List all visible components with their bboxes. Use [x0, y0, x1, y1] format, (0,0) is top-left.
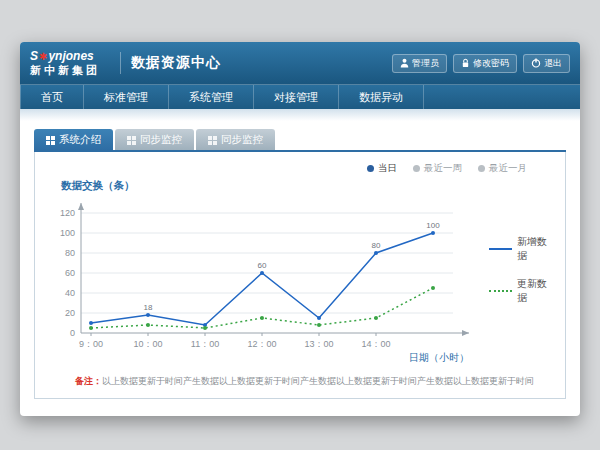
svg-text:13：00: 13：00: [304, 339, 333, 349]
admin-button-label: 管理员: [412, 57, 439, 70]
titlebar: S✱ynjones 新中新集团 数据资源中心 管理员 修改密码: [20, 42, 580, 84]
svg-text:80: 80: [372, 241, 381, 250]
brand-star-icon: ✱: [38, 51, 48, 62]
svg-text:14：00: 14：00: [361, 339, 390, 349]
radio-dot-icon: [478, 165, 485, 172]
footnote: 备注：以上数据更新于时间产生数据以上数据更新于时间产生数据以上数据更新于时间产生…: [75, 375, 555, 388]
nav-shine-strip: [20, 109, 580, 121]
svg-text:100: 100: [426, 221, 440, 230]
app-title: 数据资源中心: [131, 54, 221, 72]
nav-item-home[interactable]: 首页: [20, 85, 84, 109]
svg-text:20: 20: [65, 308, 75, 318]
brand-letter: S: [30, 49, 38, 63]
legend-update-data: 更新数据: [489, 277, 555, 305]
svg-text:100: 100: [60, 228, 75, 238]
logo: S✱ynjones 新中新集团: [30, 50, 100, 75]
tab-label: 同步监控: [221, 133, 263, 147]
user-icon: [400, 58, 409, 68]
lock-icon: [461, 58, 470, 68]
svg-text:日期（小时）: 日期（小时）: [409, 352, 469, 363]
main-nav: 首页 标准管理 系统管理 对接管理 数据异动: [20, 84, 580, 109]
y-axis-label: 数据交换（条）: [45, 177, 555, 195]
filter-today[interactable]: 当日: [367, 162, 397, 175]
logout-button-label: 退出: [544, 57, 562, 70]
svg-text:0: 0: [70, 328, 75, 338]
brand-rest: ynjones: [48, 49, 93, 63]
legend-new-data: 新增数据: [489, 235, 555, 263]
legend-label: 新增数据: [517, 235, 555, 263]
filter-label: 最近一月: [489, 162, 527, 175]
filter-last-month[interactable]: 最近一月: [478, 162, 527, 175]
app-window: S✱ynjones 新中新集团 数据资源中心 管理员 修改密码: [20, 42, 580, 416]
filter-last-week[interactable]: 最近一周: [413, 162, 462, 175]
grid-icon: [46, 136, 55, 145]
svg-text:11：00: 11：00: [191, 339, 219, 349]
svg-text:80: 80: [65, 248, 75, 258]
nav-item-standard-mgmt[interactable]: 标准管理: [84, 85, 169, 109]
company-name: 新中新集团: [30, 64, 100, 76]
nav-item-system-mgmt[interactable]: 系统管理: [169, 85, 254, 109]
svg-text:12：00: 12：00: [247, 339, 276, 349]
svg-text:18: 18: [144, 303, 153, 312]
dotted-line-sample-icon: [489, 290, 512, 292]
time-filter: 当日 最近一周 最近一月: [45, 160, 555, 177]
grid-icon: [127, 136, 136, 145]
chart-panel: 当日 最近一周 最近一月 数据交换（条） 0204060801001209：00…: [34, 152, 566, 399]
header-divider: [120, 52, 121, 74]
filter-label: 当日: [378, 162, 397, 175]
footnote-prefix: 备注：: [75, 376, 102, 386]
tab-sync-monitor-1[interactable]: 同步监控: [115, 129, 194, 150]
change-password-button[interactable]: 修改密码: [453, 54, 517, 73]
radio-dot-icon: [367, 165, 374, 172]
grid-icon: [208, 136, 217, 145]
chart-row: 0204060801001209：0010：0011：0012：0013：001…: [45, 195, 555, 365]
desktop-background: S✱ynjones 新中新集团 数据资源中心 管理员 修改密码: [0, 0, 600, 450]
svg-text:9：00: 9：00: [79, 339, 103, 349]
svg-text:60: 60: [65, 268, 75, 278]
tabbar: 系统介绍 同步监控 同步监控: [34, 129, 566, 152]
logout-button[interactable]: 退出: [523, 54, 570, 73]
radio-dot-icon: [413, 165, 420, 172]
tab-label: 同步监控: [140, 133, 182, 147]
tab-label: 系统介绍: [59, 133, 101, 147]
solid-line-sample-icon: [489, 248, 512, 250]
legend-label: 更新数据: [517, 277, 555, 305]
svg-text:120: 120: [60, 208, 75, 218]
tab-system-intro[interactable]: 系统介绍: [34, 129, 113, 150]
change-password-button-label: 修改密码: [473, 57, 509, 70]
brand-text: S✱ynjones: [30, 50, 100, 63]
svg-text:60: 60: [258, 261, 267, 270]
footnote-text: 以上数据更新于时间产生数据以上数据更新于时间产生数据以上数据更新于时间产生数据以…: [102, 376, 534, 386]
nav-item-docking-mgmt[interactable]: 对接管理: [254, 85, 339, 109]
line-chart: 0204060801001209：0010：0011：0012：0013：001…: [45, 195, 485, 365]
admin-button[interactable]: 管理员: [392, 54, 447, 73]
tab-sync-monitor-2[interactable]: 同步监控: [196, 129, 275, 150]
series-legend: 新增数据 更新数据: [485, 235, 555, 305]
filter-label: 最近一周: [424, 162, 462, 175]
content-area: 系统介绍 同步监控 同步监控 当日 最近: [20, 121, 580, 399]
nav-item-data-change[interactable]: 数据异动: [339, 85, 424, 109]
svg-text:10：00: 10：00: [133, 339, 162, 349]
power-icon: [531, 58, 541, 68]
svg-text:40: 40: [65, 288, 75, 298]
